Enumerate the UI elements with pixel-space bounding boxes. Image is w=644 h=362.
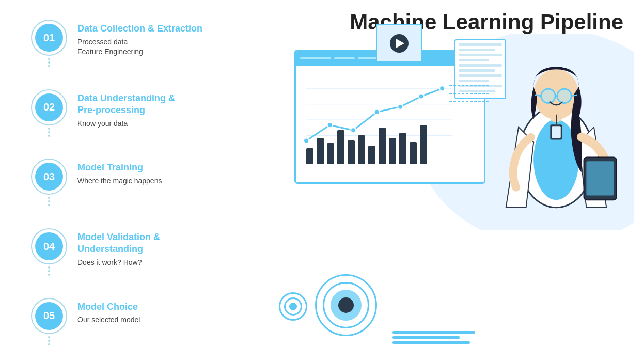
play-icon — [396, 39, 404, 48]
dot — [48, 61, 50, 64]
h-line — [392, 336, 460, 339]
step-dots — [48, 58, 50, 67]
circle-outer: 01 — [31, 20, 67, 56]
step-title: Data Understanding &Pre-processing — [77, 92, 175, 117]
step-number: 03 — [43, 171, 55, 183]
step-container: 01 — [31, 20, 67, 67]
step-title: Model Validation &Understanding — [77, 231, 160, 256]
pipeline-step-3: 03 Model Training Where the magic happen… — [31, 159, 279, 206]
dot — [48, 270, 50, 272]
svg-point-9 — [398, 104, 403, 109]
step-description: Where the magic happens — [77, 176, 162, 186]
circle-inner: 02 — [35, 93, 63, 121]
step-title: Model Choice — [77, 301, 140, 313]
step-title: Data Collection & Extraction — [77, 23, 202, 35]
pipeline-step-1: 01 Data Collection & Extraction Processe… — [31, 20, 279, 67]
h-line — [392, 331, 475, 334]
circle-outer: 05 — [31, 298, 67, 334]
circle-inner: 05 — [35, 302, 63, 330]
step-dots — [48, 336, 50, 345]
dot — [48, 343, 50, 345]
circle-inner: 04 — [35, 232, 63, 260]
step-description: Our selected model — [77, 315, 140, 325]
target-circles — [315, 274, 377, 336]
dot — [48, 266, 50, 269]
svg-point-11 — [439, 86, 445, 91]
dot — [48, 128, 50, 130]
step-container: 04 — [31, 228, 67, 276]
dot — [48, 204, 50, 206]
pipeline-step-2: 02 Data Understanding &Pre-processing Kn… — [31, 89, 279, 137]
step-number: 05 — [43, 310, 55, 322]
circle-inner: 03 — [35, 163, 63, 191]
dot — [48, 274, 50, 276]
step-dots — [48, 197, 50, 206]
pipeline-step-5: 05 Model Choice Our selected model — [31, 298, 279, 345]
circle-outer: 02 — [31, 89, 67, 125]
dot — [48, 340, 50, 342]
h-line — [392, 341, 470, 344]
svg-point-21 — [542, 89, 555, 102]
step-container: 03 — [31, 159, 67, 206]
bar-chart — [306, 125, 427, 164]
dot — [48, 135, 50, 137]
svg-line-19 — [535, 95, 541, 96]
horizontal-lines — [392, 331, 475, 344]
doc-line — [459, 49, 495, 51]
step-description: Processed dataFeature Engineering — [77, 37, 202, 57]
step-content: Model Training Where the magic happens — [77, 159, 162, 186]
step-number: 01 — [43, 32, 55, 44]
step-container: 05 — [31, 298, 67, 345]
step-content: Data Collection & Extraction Processed d… — [77, 20, 202, 57]
svg-point-8 — [374, 109, 380, 115]
step-description: Does it work? How? — [77, 258, 160, 268]
step-container: 02 — [31, 89, 67, 137]
doc-line — [459, 59, 489, 61]
step-description: Know your data — [77, 119, 175, 129]
step-content: Model Choice Our selected model — [77, 298, 140, 325]
step-content: Data Understanding &Pre-processing Know … — [77, 89, 175, 129]
dot — [48, 58, 50, 60]
doc-line — [459, 69, 495, 72]
connector-lines — [449, 81, 501, 112]
step-title: Model Training — [77, 162, 162, 174]
step-number: 02 — [43, 101, 55, 113]
svg-rect-24 — [586, 161, 614, 195]
step-dots — [48, 266, 50, 276]
left-panel: 01 Data Collection & Extraction Processe… — [0, 0, 289, 362]
dot — [48, 65, 50, 67]
dot — [48, 197, 50, 199]
svg-line-20 — [571, 95, 577, 96]
circle-outer: 04 — [31, 228, 67, 264]
step-dots — [48, 128, 50, 137]
illustration — [289, 39, 629, 352]
play-button[interactable] — [390, 34, 409, 53]
dot — [48, 200, 50, 202]
video-thumbnail[interactable] — [376, 24, 422, 62]
pipeline-step-4: 04 Model Validation &Understanding Does … — [31, 228, 279, 276]
svg-point-22 — [558, 89, 571, 102]
dot — [48, 336, 50, 338]
page-title: Machine Learning Pipeline — [289, 10, 629, 34]
step-content: Model Validation &Understanding Does it … — [77, 228, 160, 267]
step-number: 04 — [43, 241, 55, 253]
svg-rect-26 — [552, 126, 561, 138]
svg-point-10 — [419, 94, 424, 99]
dot — [48, 131, 50, 133]
circle-inner: 01 — [35, 24, 63, 52]
circle-outer: 03 — [31, 159, 67, 195]
woman-figure — [494, 37, 618, 223]
right-panel: Machine Learning Pipeline — [289, 0, 644, 362]
